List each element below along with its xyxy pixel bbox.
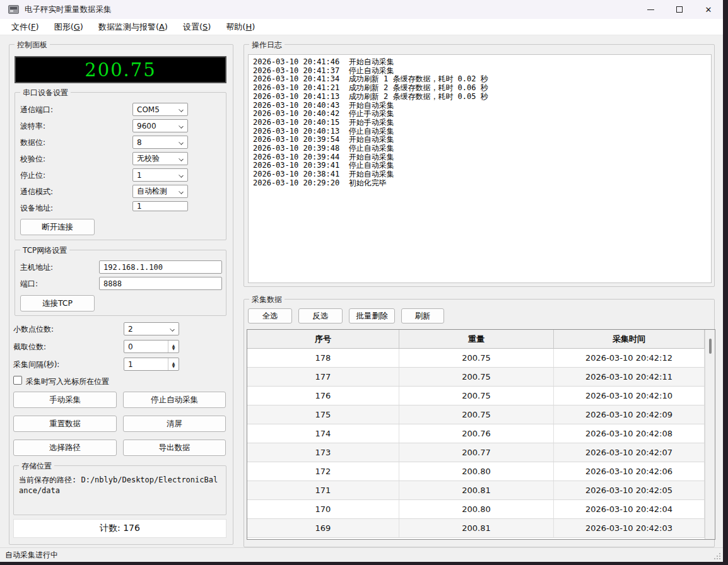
table-row[interactable]: 172200.802026-03-10 20:42:06 [247,462,715,481]
menu-item[interactable]: 数据监测与报警(A) [93,20,173,35]
table-cell: 174 [247,424,399,443]
action-button[interactable]: 停止自动采集 [123,392,226,408]
table-action-button[interactable]: 全选 [248,308,292,323]
action-button[interactable]: 清屏 [123,416,226,432]
table-header-cell[interactable]: 序号 [247,330,399,348]
tcp-settings-title: TCP网络设置 [20,245,69,256]
log-entry: 2026-03-10 20:39:44 开始自动采集 [253,153,711,162]
write-cursor-checkbox[interactable] [13,376,22,385]
control-panel-group: 控制面板 200.75 串口设备设置 通信端口:COM5波特率:9600数据位:… [9,44,233,545]
log-entry: 2026-03-10 20:29:20 初始化完毕 [253,179,711,188]
field-label: 停止位: [20,170,45,181]
field-label: 通信端口: [20,105,53,115]
menu-item[interactable]: 设置(S) [178,20,216,35]
log-entry: 2026-03-10 20:39:54 开始自动采集 [253,136,711,144]
menu-bar: 文件(F)图形(G)数据监测与报警(A)设置(S)帮助(H) [0,19,723,35]
resize-grip-icon[interactable] [714,553,720,559]
field-label: 通信模式: [20,187,53,197]
table-cell: 200.75 [399,368,554,386]
spin-box[interactable]: 1▲▼ [124,358,179,371]
app-window: 电子秤实时重量数据采集 ✕ 文件(F)图形(G)数据监测与报警(A)设置(S)帮… [0,0,723,562]
table-cell: 200.80 [399,500,554,518]
storage-group: 存储位置 当前保存的路径: D:/nblyb/Desktop/Electroni… [13,465,226,515]
table-row[interactable]: 169200.812026-03-10 20:42:03 [247,519,715,538]
log-textarea[interactable]: 2026-03-10 20:41:46 开始自动采集2026-03-10 20:… [248,54,712,283]
weight-display: 200.75 [15,56,226,83]
log-entry: 2026-03-10 20:40:13 停止自动采集 [253,127,711,136]
table-cell: 2026-03-10 20:42:06 [554,462,705,481]
table-action-button[interactable]: 刷新 [401,308,444,323]
table-cell: 200.81 [399,481,554,499]
table-cell: 169 [247,519,399,537]
combo-box[interactable]: COM5 [132,103,188,116]
host-label: 主机地址: [20,262,53,273]
table-scrollbar[interactable] [705,330,715,539]
table-row[interactable]: 170200.802026-03-10 20:42:04 [247,500,715,519]
count-box: 计数: 176 [13,519,226,538]
status-text: 自动采集进行中 [5,550,58,561]
port-label: 端口: [20,279,38,289]
table-cell: 176 [247,387,399,405]
combo-box[interactable]: 8 [132,136,188,149]
table-cell: 200.75 [399,349,554,367]
action-button[interactable]: 选择路径 [13,440,117,456]
table-row[interactable]: 176200.752026-03-10 20:42:10 [247,387,715,405]
maximize-button[interactable] [665,0,694,19]
log-entry: 2026-03-10 20:39:48 停止自动采集 [253,144,711,153]
table-cell: 2026-03-10 20:42:07 [554,443,705,462]
operation-log-title: 操作日志 [249,40,285,50]
table-header-cell[interactable]: 采集时间 [554,330,705,348]
table-row[interactable]: 171200.812026-03-10 20:42:05 [247,481,715,500]
field-label: 数据位: [20,137,45,148]
spinner-arrows-icon[interactable]: ▲▼ [168,358,179,370]
window-title: 电子秤实时重量数据采集 [25,4,112,15]
action-button[interactable]: 手动采集 [13,392,117,408]
data-buttons-row: 全选反选批量删除刷新 [248,308,450,323]
menu-item[interactable]: 帮助(H) [221,20,260,35]
action-button[interactable]: 导出数据 [123,440,226,456]
close-icon: ✕ [705,5,712,15]
chevron-down-icon [179,156,184,161]
table-row[interactable]: 177200.752026-03-10 20:42:11 [247,368,715,387]
combo-box[interactable]: 9600 [132,119,188,132]
table-cell: 2026-03-10 20:42:11 [554,368,705,386]
spinner-arrows-icon[interactable]: ▲▼ [168,341,179,352]
action-button[interactable]: 重置数据 [13,416,117,432]
host-input[interactable]: 192.168.1.100 [99,260,222,274]
tcp-settings-group: TCP网络设置 主机地址: 192.168.1.100 端口: 8888 连接T… [15,250,226,316]
spin-box[interactable]: 0▲▼ [124,340,179,353]
table-cell: 2026-03-10 20:42:04 [554,500,705,518]
disconnect-button[interactable]: 断开连接 [20,219,95,235]
table-header-cell[interactable]: 重量 [399,330,554,348]
table-row[interactable]: 173200.772026-03-10 20:42:07 [247,443,715,462]
menu-item[interactable]: 图形(G) [49,20,88,35]
table-action-button[interactable]: 批量删除 [349,308,395,323]
table-cell: 200.75 [399,405,554,424]
menu-item[interactable]: 文件(F) [6,20,44,35]
connect-tcp-button[interactable]: 连接TCP [20,295,95,312]
table-cell: 178 [247,349,399,367]
combo-box[interactable]: 无校验 [132,152,188,165]
text-input[interactable]: 1 [132,201,188,211]
table-cell: 2026-03-10 20:42:10 [554,387,705,405]
combo-box[interactable]: 2 [124,322,179,335]
write-cursor-checkbox-label: 采集时写入光标所在位置 [26,376,109,387]
combo-box[interactable]: 自动检测 [132,185,188,198]
table-row[interactable]: 175200.752026-03-10 20:42:09 [247,405,715,424]
log-entry: 2026-03-10 20:40:15 开始手动采集 [253,119,711,127]
table-action-button[interactable]: 反选 [298,308,343,323]
close-button[interactable]: ✕ [694,0,723,19]
field-label: 小数点位数: [13,324,54,335]
collected-data-title: 采集数据 [249,294,285,305]
log-entry: 2026-03-10 20:40:42 停止手动采集 [253,110,711,119]
port-input[interactable]: 8888 [99,277,222,290]
table-scrollbar-thumb[interactable] [709,339,712,354]
table-cell: 200.80 [399,462,554,481]
title-bar: 电子秤实时重量数据采集 ✕ [0,0,723,19]
table-row[interactable]: 178200.752026-03-10 20:42:12 [247,349,715,368]
data-table[interactable]: 序号重量采集时间 178200.752026-03-10 20:42:12177… [247,329,715,540]
combo-box[interactable]: 1 [132,168,188,182]
minimize-button[interactable] [636,0,665,19]
storage-title: 存储位置 [19,461,54,472]
table-row[interactable]: 174200.762026-03-10 20:42:08 [247,424,715,443]
